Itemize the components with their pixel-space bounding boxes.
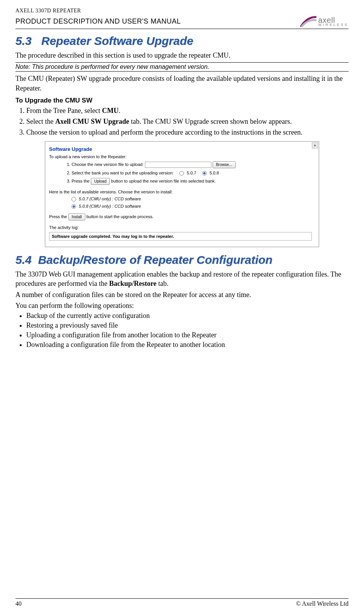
install-button[interactable]: Install: [68, 214, 85, 220]
header-divider: [15, 29, 349, 29]
s54-bullet-3: Uploading a configuration file from anot…: [26, 331, 349, 339]
bank-radio-a[interactable]: [179, 171, 184, 176]
s53-intro: The procedure described in this section …: [15, 51, 349, 60]
s54-bullets: Backup of the currently active configura…: [15, 312, 349, 349]
logo-swoosh-icon: [300, 15, 316, 27]
activity-log-box: Software upgrade completed. You may log …: [49, 232, 312, 241]
upload-button[interactable]: Upload: [91, 178, 110, 185]
brand-logo: axell WIRELESS: [300, 15, 349, 27]
ss-version-a: 5.0.7 (CMU only) : CCD software: [49, 196, 312, 202]
ss-list-intro: Here is the list of available versions. …: [49, 190, 312, 194]
upload-file-input[interactable]: [145, 162, 211, 168]
logo-subtext: WIRELESS: [318, 23, 349, 27]
s54-bullet-1: Backup of the currently active configura…: [26, 312, 349, 320]
browse-button[interactable]: Browse...: [213, 161, 236, 168]
section-5-4-heading: 5.4 Backup/Restore of Repeater Configura…: [15, 253, 349, 266]
ss-intro-line: To upload a new version to the Repeater:: [49, 154, 312, 159]
s53-subhead: To Upgrade the CMU SW: [15, 97, 349, 104]
ss-log-label: The activity log:: [49, 225, 312, 230]
s54-para1: The 3307D Web GUI management application…: [15, 270, 349, 289]
s54-bullet-4: Downloading a configuration file from th…: [26, 341, 349, 349]
ss-title: Software Upgrade: [49, 146, 312, 152]
s53-para2: The CMU (Repeater) SW upgrade procedure …: [15, 74, 349, 93]
version-radio-b[interactable]: [71, 204, 76, 209]
s53-steps: From the Tree Pane, select CMU. Select t…: [15, 106, 349, 137]
s53-step-1: From the Tree Pane, select CMU.: [26, 106, 349, 115]
s54-para2: A number of configuration files can be s…: [15, 290, 349, 299]
bank-radio-b[interactable]: [202, 171, 207, 176]
ss-version-b: 5.0.8 (CMU only) : CCD software: [49, 204, 312, 209]
scroll-up-icon[interactable]: ▲: [312, 142, 318, 149]
s54-para3: You can perform the following operations…: [15, 301, 349, 310]
ss-step3: 3. Press the Upload button to upload the…: [49, 178, 312, 185]
ss-step2: 2. Select the bank you want to put the u…: [49, 171, 312, 176]
s53-step-3: Choose the version to upload and perform…: [26, 128, 349, 137]
version-radio-a[interactable]: [71, 197, 76, 202]
sw-upgrade-screenshot: ▲ Software Upgrade To upload a new versi…: [45, 141, 319, 247]
ss-install-line: Press the Install button to start the up…: [49, 214, 312, 220]
manual-title: PRODUCT DESCRIPTION AND USER'S MANUAL: [15, 17, 181, 26]
ss-step1: 1. Choose the new version file to upload…: [49, 161, 312, 168]
header-product-line: AXELL 3307D REPEATER: [15, 8, 349, 14]
s53-step-2: Select the Axell CMU SW Upgrade tab. The…: [26, 117, 349, 126]
s54-bullet-2: Restoring a previously saved file: [26, 321, 349, 330]
section-5-3-heading: 5.3 Repeater Software Upgrade: [15, 34, 349, 48]
s53-note: Note: This procedure is performed for ev…: [15, 62, 349, 72]
